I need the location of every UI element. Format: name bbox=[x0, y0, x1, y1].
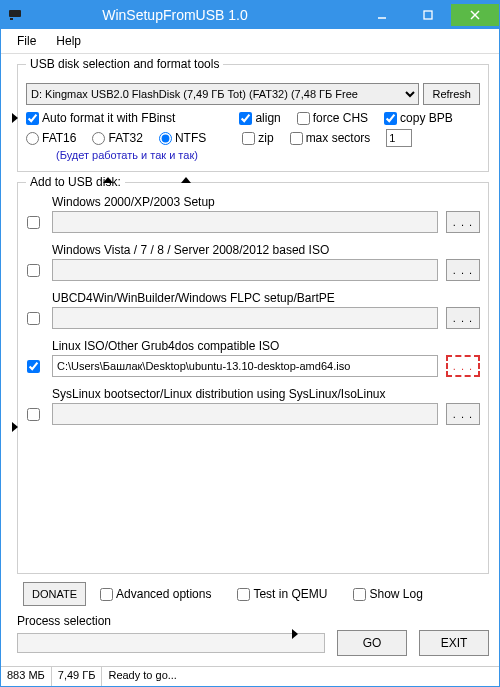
autoformat-checkbox[interactable]: Auto format it with FBinst bbox=[26, 111, 175, 125]
testqemu-input[interactable] bbox=[237, 588, 250, 601]
maxsectors-checkbox[interactable]: max sectors bbox=[290, 131, 371, 145]
drive-select[interactable]: D: Kingmax USB2.0 FlashDisk (7,49 ГБ Tot… bbox=[26, 83, 419, 105]
zip-input[interactable] bbox=[242, 132, 255, 145]
forcechs-checkbox[interactable]: force CHS bbox=[297, 111, 368, 125]
svg-rect-0 bbox=[9, 10, 21, 17]
copybpb-input[interactable] bbox=[384, 112, 397, 125]
testqemu-checkbox[interactable]: Test in QEMU bbox=[237, 587, 327, 601]
status-bar: 883 МБ 7,49 ГБ Ready to go... bbox=[1, 666, 499, 686]
entry1-checkbox[interactable] bbox=[27, 216, 40, 229]
entry2-path bbox=[52, 259, 438, 281]
entry5-path bbox=[52, 403, 438, 425]
entry1-browse[interactable]: . . . bbox=[446, 211, 480, 233]
autoformat-input[interactable] bbox=[26, 112, 39, 125]
entry5-browse[interactable]: . . . bbox=[446, 403, 480, 425]
fat16-radio[interactable]: FAT16 bbox=[26, 131, 76, 145]
entry2-label: Windows Vista / 7 / 8 / Server 2008/2012… bbox=[52, 243, 438, 257]
entry4-checkbox[interactable] bbox=[27, 360, 40, 373]
arrow-icon bbox=[3, 420, 21, 434]
add-group: Add to USB disk: Windows 2000/XP/2003 Se… bbox=[17, 182, 489, 574]
maxsectors-value[interactable] bbox=[386, 129, 412, 147]
svg-rect-1 bbox=[10, 18, 13, 20]
entry3-path bbox=[52, 307, 438, 329]
entry4-browse[interactable]: . . . bbox=[446, 355, 480, 377]
showlog-input[interactable] bbox=[353, 588, 366, 601]
arrow-icon bbox=[279, 627, 301, 641]
go-button[interactable]: GO bbox=[337, 630, 407, 656]
process-label: Process selection bbox=[17, 614, 489, 628]
maximize-button[interactable] bbox=[405, 4, 451, 26]
entry4-path[interactable] bbox=[52, 355, 438, 377]
entry5-label: SysLinux bootsector/Linux distribution u… bbox=[52, 387, 438, 401]
entry5-checkbox[interactable] bbox=[27, 408, 40, 421]
ntfs-input[interactable] bbox=[159, 132, 172, 145]
advanced-checkbox[interactable]: Advanced options bbox=[100, 587, 211, 601]
entry1-path bbox=[52, 211, 438, 233]
refresh-button[interactable]: Refresh bbox=[423, 83, 480, 105]
showlog-checkbox[interactable]: Show Log bbox=[353, 587, 422, 601]
minimize-button[interactable] bbox=[359, 4, 405, 26]
entry3-label: UBCD4Win/WinBuilder/Windows FLPC setup/B… bbox=[52, 291, 438, 305]
usb-group: USB disk selection and format tools D: K… bbox=[17, 64, 489, 172]
zip-checkbox[interactable]: zip bbox=[242, 131, 273, 145]
annotation-text: (Будет работать и так и так) bbox=[56, 149, 480, 161]
arrow-icon bbox=[179, 175, 193, 193]
advanced-input[interactable] bbox=[100, 588, 113, 601]
arrow-icon bbox=[101, 175, 115, 193]
align-checkbox[interactable]: align bbox=[239, 111, 280, 125]
usb-group-title: USB disk selection and format tools bbox=[26, 57, 223, 71]
menu-help[interactable]: Help bbox=[46, 31, 91, 51]
entry1-label: Windows 2000/XP/2003 Setup bbox=[52, 195, 438, 209]
close-button[interactable] bbox=[451, 4, 499, 26]
titlebar: WinSetupFromUSB 1.0 bbox=[1, 1, 499, 29]
maxsectors-input[interactable] bbox=[290, 132, 303, 145]
status-text: Ready to go... bbox=[102, 667, 499, 686]
menu-file[interactable]: File bbox=[7, 31, 46, 51]
window-title: WinSetupFromUSB 1.0 bbox=[31, 7, 319, 23]
menubar: File Help bbox=[1, 29, 499, 54]
exit-button[interactable]: EXIT bbox=[419, 630, 489, 656]
entry3-checkbox[interactable] bbox=[27, 312, 40, 325]
align-input[interactable] bbox=[239, 112, 252, 125]
fat32-input[interactable] bbox=[92, 132, 105, 145]
entry4-label: Linux ISO/Other Grub4dos compatible ISO bbox=[52, 339, 438, 353]
entry2-browse[interactable]: . . . bbox=[446, 259, 480, 281]
arrow-icon bbox=[3, 111, 21, 125]
entry3-browse[interactable]: . . . bbox=[446, 307, 480, 329]
forcechs-input[interactable] bbox=[297, 112, 310, 125]
entry2-checkbox[interactable] bbox=[27, 264, 40, 277]
fat32-radio[interactable]: FAT32 bbox=[92, 131, 142, 145]
donate-button[interactable]: DONATE bbox=[23, 582, 86, 606]
fat16-input[interactable] bbox=[26, 132, 39, 145]
svg-rect-3 bbox=[424, 11, 432, 19]
status-size2: 7,49 ГБ bbox=[52, 667, 103, 686]
ntfs-radio[interactable]: NTFS bbox=[159, 131, 206, 145]
status-size1: 883 МБ bbox=[1, 667, 52, 686]
copybpb-checkbox[interactable]: copy BPB bbox=[384, 111, 453, 125]
app-icon bbox=[7, 7, 23, 23]
